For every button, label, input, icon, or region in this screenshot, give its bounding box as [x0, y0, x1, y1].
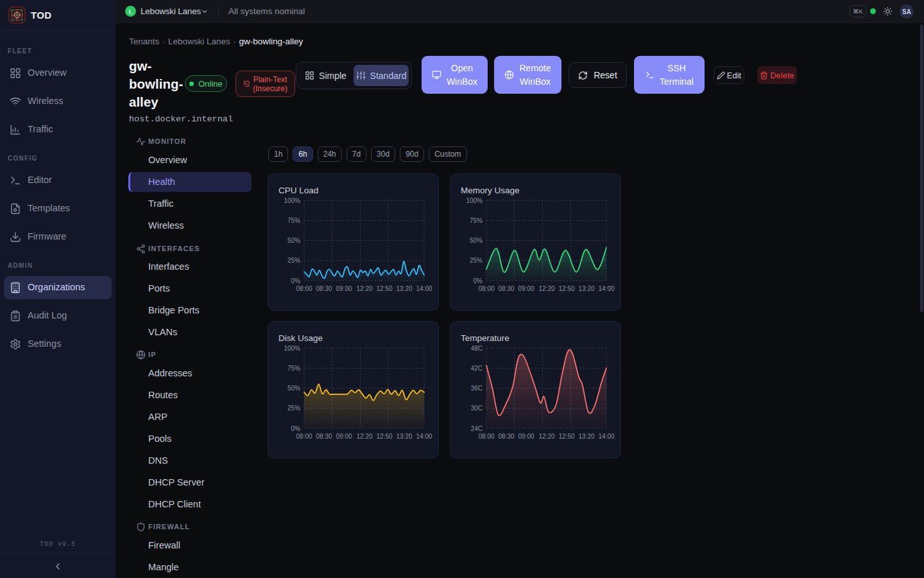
svg-text:08:30: 08:30: [316, 433, 332, 440]
svg-text:12:20: 12:20: [356, 285, 372, 292]
svg-text:50%: 50%: [470, 237, 483, 244]
svg-text:0%: 0%: [291, 277, 301, 285]
svg-text:14:00: 14:00: [598, 433, 614, 440]
svg-text:12:20: 12:20: [538, 433, 554, 440]
svg-text:48C: 48C: [471, 345, 483, 352]
svg-text:14:00: 14:00: [416, 433, 432, 440]
svg-text:14:00: 14:00: [598, 285, 614, 292]
svg-text:75%: 75%: [287, 365, 300, 372]
svg-text:09:00: 09:00: [336, 285, 352, 292]
svg-text:0%: 0%: [291, 425, 301, 432]
svg-text:13:20: 13:20: [396, 285, 412, 292]
svg-text:12:50: 12:50: [376, 433, 392, 440]
svg-text:25%: 25%: [470, 257, 483, 264]
svg-text:13:20: 13:20: [396, 433, 412, 440]
svg-text:08:00: 08:00: [296, 433, 312, 440]
svg-text:09:00: 09:00: [518, 433, 534, 440]
svg-text:12:50: 12:50: [558, 285, 574, 292]
svg-text:50%: 50%: [287, 237, 300, 244]
svg-text:09:00: 09:00: [518, 285, 534, 292]
svg-text:08:00: 08:00: [478, 285, 494, 292]
svg-text:36C: 36C: [471, 385, 483, 392]
svg-text:24C: 24C: [471, 425, 483, 432]
svg-text:100%: 100%: [466, 197, 483, 204]
svg-text:09:00: 09:00: [336, 433, 352, 440]
svg-text:08:00: 08:00: [296, 285, 312, 292]
svg-text:25%: 25%: [287, 257, 300, 264]
svg-text:12:50: 12:50: [376, 285, 392, 292]
svg-text:100%: 100%: [284, 345, 300, 352]
svg-text:08:30: 08:30: [316, 285, 332, 292]
svg-text:08:00: 08:00: [478, 433, 494, 440]
svg-text:13:20: 13:20: [578, 285, 594, 292]
svg-text:08:30: 08:30: [498, 285, 514, 292]
svg-text:25%: 25%: [287, 405, 300, 412]
svg-text:42C: 42C: [471, 365, 483, 372]
svg-text:75%: 75%: [287, 217, 300, 224]
svg-text:100%: 100%: [284, 197, 300, 204]
svg-text:12:20: 12:20: [538, 285, 554, 292]
svg-text:14:00: 14:00: [416, 285, 432, 292]
svg-text:30C: 30C: [471, 405, 483, 412]
svg-text:13:20: 13:20: [578, 433, 594, 440]
svg-text:08:30: 08:30: [498, 433, 514, 440]
svg-text:12:20: 12:20: [356, 433, 372, 440]
svg-text:50%: 50%: [287, 385, 300, 392]
svg-text:75%: 75%: [470, 217, 483, 224]
svg-text:12:50: 12:50: [558, 433, 574, 440]
svg-text:0%: 0%: [474, 277, 483, 285]
